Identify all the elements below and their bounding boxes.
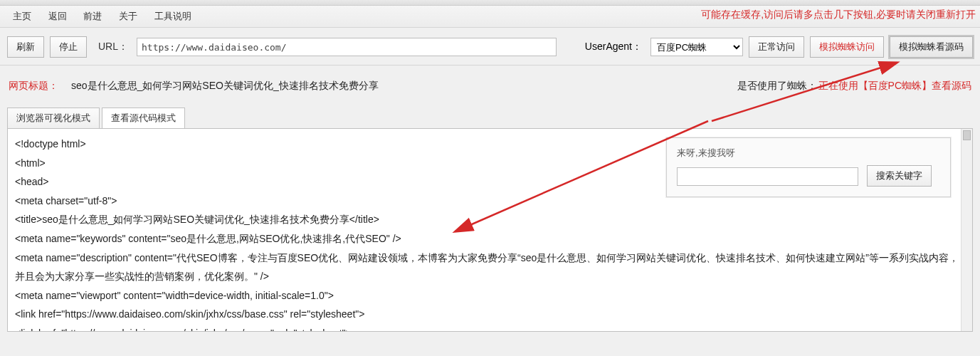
search-placeholder-text: 来呀,来搜我呀 (677, 147, 940, 159)
spider-status-label: 是否使用了蜘蛛： (737, 80, 817, 93)
search-input[interactable] (677, 167, 858, 186)
tab-visual-mode[interactable]: 浏览器可视化模式 (7, 108, 100, 129)
tab-source-mode[interactable]: 查看源代码模式 (102, 108, 185, 129)
source-panel: 来呀,来搜我呀 搜索关键字 <!doctype html><html><head… (7, 128, 973, 332)
menu-forward[interactable]: 前进 (76, 9, 109, 24)
refresh-button[interactable]: 刷新 (7, 36, 44, 58)
source-line: <link href="https://www.daidaiseo.com/sk… (15, 324, 965, 332)
menu-home[interactable]: 主页 (6, 9, 38, 24)
source-line: <title>seo是什么意思_如何学习网站SEO关键词优化_快速排名技术免费分… (15, 210, 965, 229)
source-line: <meta name="keywords" content="seo是什么意思,… (15, 229, 965, 248)
scroll-thumb[interactable] (963, 130, 971, 140)
source-line: <meta name="description" content="代代SEO博… (15, 248, 965, 286)
menu-back[interactable]: 返回 (41, 9, 74, 24)
scrollbar[interactable] (961, 129, 972, 331)
page-title-label: 网页标题： (9, 80, 58, 93)
source-line: <link href="https://www.daidaiseo.com/sk… (15, 305, 965, 324)
spider-status-value: 正在使用【百度PC蜘蛛】查看源码 (818, 80, 971, 93)
url-input[interactable] (137, 38, 557, 56)
source-line: <meta name="viewport" content="width=dev… (15, 286, 965, 305)
menu-tool-desc[interactable]: 工具说明 (147, 9, 199, 24)
url-label: URL： (93, 41, 131, 53)
menu-bar: 主页 返回 前进 关于 工具说明 可能存在缓存,访问后请多点击几下按钮,必要时请… (0, 6, 980, 28)
normal-visit-button[interactable]: 正常访问 (749, 36, 804, 58)
window-title-bar (0, 0, 980, 6)
search-panel: 来呀,来搜我呀 搜索关键字 (666, 137, 951, 197)
toolbar: 刷新 停止 URL： UserAgent： 百度PC蜘蛛 正常访问 模拟蜘蛛访问… (0, 28, 980, 66)
useragent-label: UserAgent： (585, 41, 645, 53)
spider-source-button[interactable]: 模拟蜘蛛看源码 (890, 36, 973, 58)
cache-hint: 可能存在缓存,访问后请多点击几下按钮,必要时请关闭重新打开 (701, 9, 976, 21)
mode-tabs: 浏览器可视化模式 查看源代码模式 (0, 107, 980, 128)
menu-about[interactable]: 关于 (112, 9, 144, 24)
stop-button[interactable]: 停止 (50, 36, 87, 58)
spider-visit-button[interactable]: 模拟蜘蛛访问 (810, 36, 884, 58)
search-button[interactable]: 搜索关键字 (867, 165, 932, 187)
useragent-select[interactable]: 百度PC蜘蛛 (650, 38, 743, 56)
info-row: 网页标题： seo是什么意思_如何学习网站SEO关键词优化_快速排名技术免费分享… (0, 66, 980, 107)
page-title-value: seo是什么意思_如何学习网站SEO关键词优化_快速排名技术免费分享 (71, 80, 379, 93)
